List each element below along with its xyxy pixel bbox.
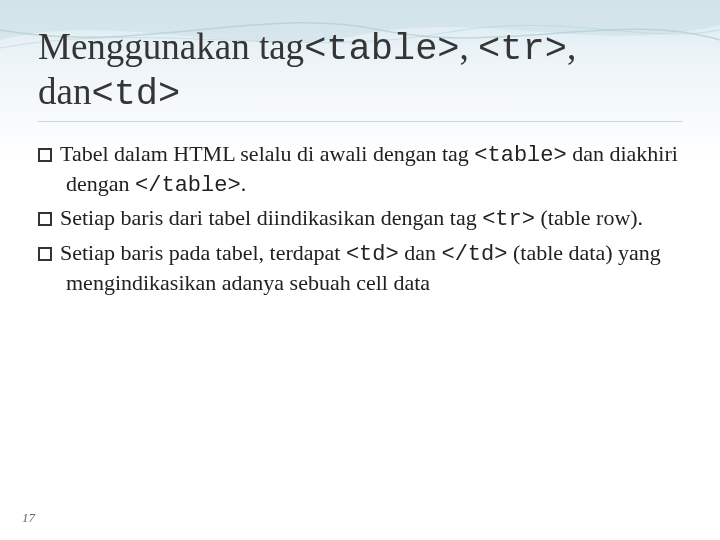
code-table-open: <table> <box>474 143 566 168</box>
code-td-close: </td> <box>441 242 507 267</box>
bullet-text: Setiap baris dari tabel diindikasikan de… <box>60 205 482 230</box>
code-td-open: <td> <box>346 242 399 267</box>
square-bullet-icon <box>38 212 52 226</box>
square-bullet-icon <box>38 148 52 162</box>
square-bullet-icon <box>38 247 52 261</box>
slide-title: Menggunakan tag<table>, <tr>, dan<td> <box>38 26 682 122</box>
bullet-text: (table row). <box>535 205 643 230</box>
bullet-item: Setiap baris dari tabel diindikasikan de… <box>38 204 682 234</box>
code-tr: <tr> <box>482 207 535 232</box>
slide-content: Menggunakan tag<table>, <tr>, dan<td> Ta… <box>0 0 720 540</box>
page-number: 17 <box>22 510 35 526</box>
code-table-close: </table> <box>135 173 241 198</box>
title-code-td: <td> <box>91 73 180 115</box>
bullet-text: Setiap baris pada tabel, terdapat <box>60 240 346 265</box>
slide-body: Tabel dalam HTML selalu di awali dengan … <box>38 140 682 297</box>
title-text-2: , <box>460 26 479 67</box>
title-code-table: <table> <box>304 28 459 70</box>
bullet-item: Setiap baris pada tabel, terdapat <td> d… <box>38 239 682 297</box>
title-code-tr: <tr> <box>478 28 567 70</box>
title-text-1: Menggunakan tag <box>38 26 304 67</box>
bullet-text: Tabel dalam HTML selalu di awali dengan … <box>60 141 474 166</box>
bullet-text: . <box>241 171 247 196</box>
bullet-item: Tabel dalam HTML selalu di awali dengan … <box>38 140 682 200</box>
bullet-text: dan <box>399 240 442 265</box>
